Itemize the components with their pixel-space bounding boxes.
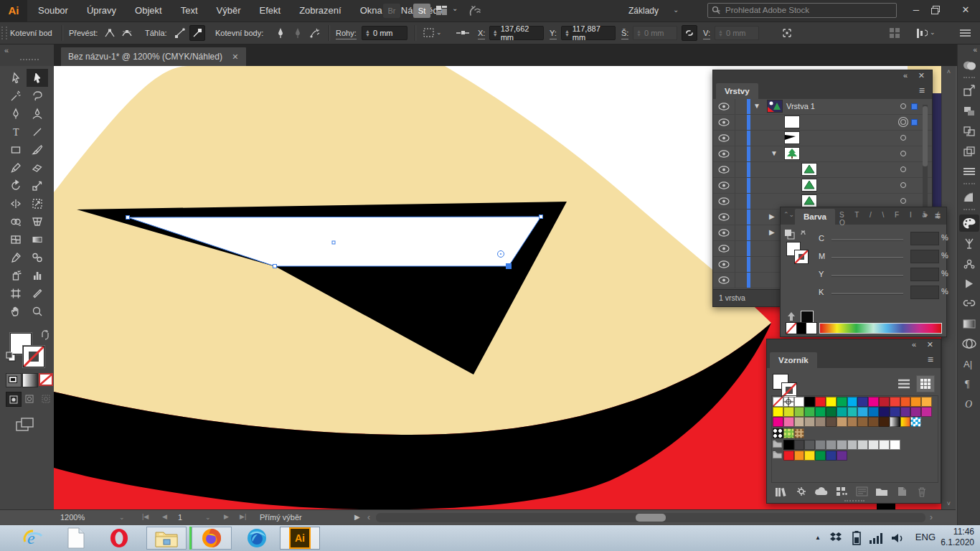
target-circle-icon[interactable] (900, 166, 906, 172)
battery-icon[interactable] (852, 531, 861, 548)
color-swatch[interactable] (826, 417, 837, 427)
toolbar-drag-handle[interactable] (20, 59, 39, 60)
bridge-icon[interactable]: Br (383, 4, 400, 18)
cut-path-button[interactable] (307, 25, 323, 41)
height-input[interactable]: ▲▼0 mm (715, 26, 759, 40)
isolate-selection-button[interactable] (455, 25, 471, 41)
asset-export-panel-icon[interactable] (959, 123, 979, 140)
y-input[interactable]: ▲▼117,887 mm (561, 26, 616, 40)
expand-chevron-icon[interactable]: ▼ (753, 102, 760, 110)
creative-cloud-icon[interactable] (959, 335, 979, 352)
taskbar-blue-browser[interactable] (237, 527, 277, 550)
swatches-resize-handle[interactable] (844, 500, 864, 501)
channel-slider[interactable] (831, 293, 903, 295)
convert-to-corner-button[interactable] (102, 25, 118, 41)
layer-thumbnail[interactable] (802, 179, 816, 191)
layer-label[interactable]: Vrstva 1 (786, 102, 815, 110)
taskbar-illustrator[interactable]: Ai (280, 527, 320, 550)
color-swatch[interactable] (794, 407, 805, 417)
layer-thumbnail[interactable] (785, 116, 799, 128)
selected-anchor-point[interactable] (506, 263, 512, 269)
dock-collapse-icon[interactable]: « (958, 44, 980, 55)
color-swatch[interactable] (794, 451, 805, 461)
symbol-sprayer-tool[interactable] (5, 266, 27, 284)
layout-icon[interactable] (436, 6, 448, 18)
export-panel-icon[interactable] (959, 83, 979, 100)
color-menu-icon[interactable]: ≡ (935, 210, 941, 222)
channel-slider[interactable] (831, 257, 903, 259)
artboards-panel-icon[interactable] (959, 103, 979, 120)
arrange-panel-icon[interactable] (959, 143, 979, 160)
grad-bw-swatch[interactable] (890, 417, 900, 427)
visibility-eye-icon[interactable] (718, 276, 730, 284)
language-indicator[interactable]: ENG (915, 532, 936, 542)
horizontal-scrollbar[interactable] (376, 513, 925, 522)
stroke-panel-icon[interactable]: O (959, 395, 979, 413)
color-swatch[interactable] (857, 407, 868, 417)
status-popup-icon[interactable]: ▶ (354, 513, 360, 521)
graph-tool[interactable] (27, 266, 48, 284)
stock-search-field[interactable]: Prohledat Adobe Stock (707, 3, 897, 18)
clock-time[interactable]: 11:46 (953, 527, 974, 537)
hscroll-left-icon[interactable]: ‹ (367, 512, 370, 522)
color-mode-button[interactable] (6, 373, 22, 387)
rectangle-tool[interactable] (5, 141, 27, 159)
swap-fill-stroke-icon[interactable] (40, 330, 50, 343)
grid-view-button[interactable] (916, 375, 935, 392)
selection-tool[interactable] (5, 69, 27, 87)
target-circle-icon[interactable] (900, 198, 906, 204)
color-swatch[interactable] (879, 440, 890, 450)
eyedropper-tool[interactable] (5, 248, 27, 266)
color-swatch[interactable] (783, 417, 794, 427)
color-swatch[interactable] (921, 407, 932, 417)
color-swatch[interactable] (921, 397, 932, 407)
menu-efekt[interactable]: Efekt (250, 0, 291, 22)
color-swatch[interactable] (815, 397, 826, 407)
remove-anchor-button[interactable] (290, 25, 306, 41)
color-swatch[interactable] (837, 397, 847, 407)
layer-row-1[interactable]: ▼Vrstva 1 (713, 99, 932, 115)
channel-slider[interactable] (831, 275, 903, 277)
color-swatch[interactable] (826, 407, 837, 417)
color-swatch[interactable] (794, 397, 805, 407)
swatch-options-button[interactable] (853, 484, 870, 499)
zoom-tool[interactable] (27, 302, 48, 320)
menu-zobrazeni[interactable]: Zobrazení (290, 0, 351, 22)
properties-panel-icon[interactable] (959, 163, 979, 180)
visibility-eye-icon[interactable] (718, 229, 730, 237)
align-chevron-icon[interactable]: ⌄ (930, 29, 936, 36)
lasso-tool[interactable] (27, 87, 48, 105)
color-spectrum-bar[interactable] (819, 323, 942, 334)
color-pair-panel-icon[interactable] (959, 57, 979, 74)
color-swatch[interactable] (847, 417, 858, 427)
show-handles-button[interactable] (172, 25, 188, 41)
visibility-eye-icon[interactable] (718, 166, 730, 174)
color-swatch[interactable] (837, 407, 847, 417)
stock-icon[interactable]: St (413, 4, 430, 18)
registration-swatch[interactable] (783, 397, 794, 407)
color-swatch[interactable] (910, 397, 921, 407)
shape-builder-tool[interactable] (5, 212, 27, 230)
layer-thumbnail[interactable] (802, 195, 816, 207)
layer-thumbnail[interactable] (802, 164, 816, 175)
hscroll-thumb[interactable] (636, 514, 666, 522)
rotate-tool[interactable] (5, 176, 27, 194)
select-similar-chevron-icon[interactable]: ⌄ (436, 29, 442, 36)
menu-text[interactable]: Text (171, 0, 207, 22)
hscroll-right-icon[interactable]: › (930, 512, 933, 522)
visibility-eye-icon[interactable] (718, 103, 730, 110)
paintbrush-tool[interactable] (27, 141, 48, 159)
gradient-quarter-panel-icon[interactable] (959, 189, 979, 206)
scale-tool[interactable] (27, 176, 48, 194)
slice-tool[interactable] (27, 284, 48, 302)
color-swatch[interactable] (879, 397, 890, 407)
color-group-folder-icon[interactable] (773, 440, 783, 450)
black-quick-swatch[interactable] (796, 323, 806, 334)
grad-yo-swatch[interactable] (900, 417, 911, 427)
clock-date[interactable]: 6.1.2020 (941, 537, 974, 547)
visibility-eye-icon[interactable] (718, 118, 730, 126)
delete-swatch-button[interactable] (913, 484, 930, 499)
swatches-tab[interactable]: Vzorník (770, 352, 817, 368)
gradient-panel-icon[interactable] (959, 315, 979, 332)
color-swatch[interactable] (879, 407, 890, 417)
